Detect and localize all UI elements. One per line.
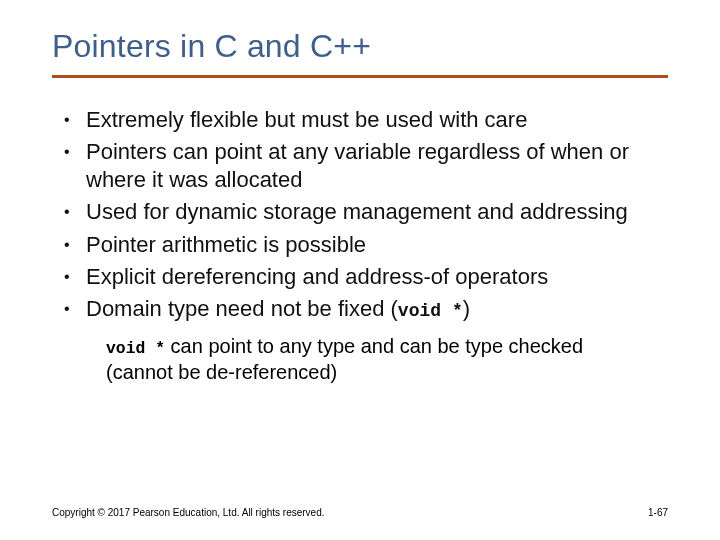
sub-note-text: can point to any type and can be type ch… xyxy=(106,335,583,383)
bullet-item: Domain type need not be fixed (void *) xyxy=(60,295,668,323)
footer-copyright: Copyright © 2017 Pearson Education, Ltd.… xyxy=(52,507,325,518)
slide-title: Pointers in C and C++ xyxy=(52,28,668,65)
bullet-text-post: ) xyxy=(463,296,470,321)
footer-page-number: 1-67 xyxy=(648,507,668,518)
bullet-list: Extremely flexible but must be used with… xyxy=(60,106,668,323)
bullet-item: Pointers can point at any variable regar… xyxy=(60,138,668,194)
bullet-text-pre: Domain type need not be fixed ( xyxy=(86,296,398,321)
inline-code: void * xyxy=(398,301,463,321)
slide: Pointers in C and C++ Extremely flexible… xyxy=(0,0,720,540)
bullet-item: Explicit dereferencing and address-of op… xyxy=(60,263,668,291)
inline-code: void * xyxy=(106,339,165,358)
bullet-item: Extremely flexible but must be used with… xyxy=(60,106,668,134)
sub-note: void * can point to any type and can be … xyxy=(106,333,646,385)
title-rule xyxy=(52,75,668,78)
bullet-item: Pointer arithmetic is possible xyxy=(60,231,668,259)
bullet-item: Used for dynamic storage management and … xyxy=(60,198,668,226)
